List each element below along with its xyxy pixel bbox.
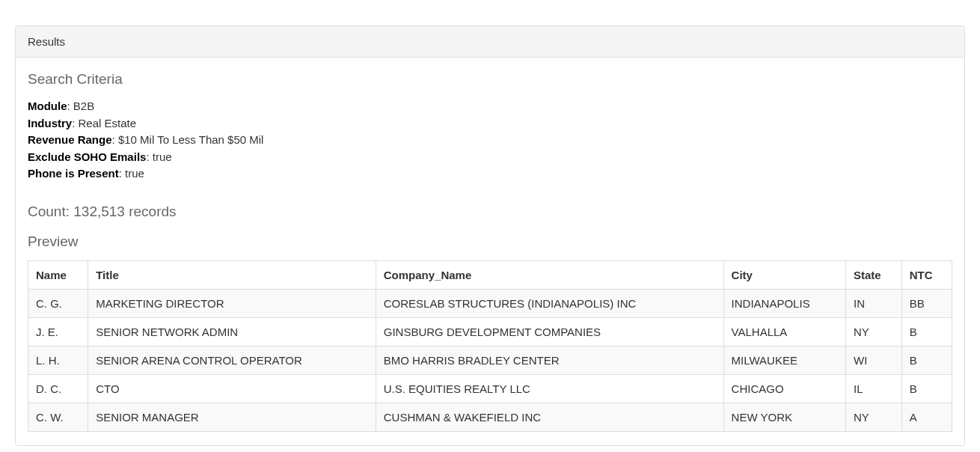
- table-header-row: Name Title Company_Name City State NTC: [28, 260, 952, 289]
- panel-header: Results: [16, 26, 964, 58]
- cell-ntc: B: [901, 317, 952, 346]
- cell-city: MILWAUKEE: [723, 346, 845, 374]
- cell-city: CHICAGO: [723, 374, 845, 403]
- preview-heading: Preview: [28, 233, 952, 250]
- search-criteria-heading: Search Criteria: [28, 71, 952, 88]
- col-state: State: [846, 260, 902, 289]
- cell-ntc: BB: [901, 289, 952, 317]
- col-ntc: NTC: [901, 260, 952, 289]
- criteria-value: : Real Estate: [72, 117, 136, 129]
- table-row: D. C. CTO U.S. EQUITIES REALTY LLC CHICA…: [28, 374, 952, 403]
- criteria-row: Industry: Real Estate: [28, 115, 952, 132]
- cell-city: INDIANAPOLIS: [723, 289, 845, 317]
- criteria-row: Module: B2B: [28, 98, 952, 115]
- cell-name: L. H.: [28, 346, 88, 374]
- criteria-row: Exclude SOHO Emails: true: [28, 149, 952, 166]
- criteria-value: : B2B: [67, 100, 95, 112]
- preview-table: Name Title Company_Name City State NTC C…: [28, 260, 952, 432]
- table-row: L. H. SENIOR ARENA CONTROL OPERATOR BMO …: [28, 346, 952, 374]
- criteria-row: Revenue Range: $10 Mil To Less Than $50 …: [28, 132, 952, 149]
- panel-body: Search Criteria Module: B2B Industry: Re…: [16, 58, 964, 445]
- criteria-label: Industry: [28, 117, 72, 129]
- cell-city: NEW YORK: [723, 403, 845, 431]
- table-row: J. E. SENIOR NETWORK ADMIN GINSBURG DEVE…: [28, 317, 952, 346]
- criteria-label: Revenue Range: [28, 133, 112, 146]
- cell-title: SENIOR NETWORK ADMIN: [88, 317, 376, 346]
- cell-name: C. G.: [28, 289, 88, 317]
- table-row: C. W. SENIOR MANAGER CUSHMAN & WAKEFIELD…: [28, 403, 952, 431]
- col-company: Company_Name: [376, 260, 723, 289]
- cell-city: VALHALLA: [723, 317, 845, 346]
- search-criteria-list: Module: B2B Industry: Real Estate Revenu…: [28, 98, 952, 183]
- cell-state: NY: [846, 403, 902, 431]
- cell-company: U.S. EQUITIES REALTY LLC: [376, 374, 723, 403]
- cell-ntc: B: [901, 346, 952, 374]
- cell-state: NY: [846, 317, 902, 346]
- count-heading: Count: 132,513 records: [28, 204, 952, 220]
- cell-state: IN: [846, 289, 902, 317]
- cell-state: IL: [846, 374, 902, 403]
- cell-ntc: B: [901, 374, 952, 403]
- criteria-value: : $10 Mil To Less Than $50 Mil: [112, 133, 264, 146]
- criteria-value: : true: [146, 150, 171, 163]
- cell-ntc: A: [901, 403, 952, 431]
- criteria-label: Phone is Present: [28, 167, 119, 180]
- cell-company: GINSBURG DEVELOPMENT COMPANIES: [376, 317, 723, 346]
- criteria-label: Exclude SOHO Emails: [28, 150, 146, 163]
- cell-name: J. E.: [28, 317, 88, 346]
- cell-title: SENIOR MANAGER: [88, 403, 376, 431]
- cell-company: BMO HARRIS BRADLEY CENTER: [376, 346, 723, 374]
- cell-title: CTO: [88, 374, 376, 403]
- cell-company: CORESLAB STRUCTURES (INDIANAPOLIS) INC: [376, 289, 723, 317]
- col-title: Title: [88, 260, 376, 289]
- criteria-value: : true: [119, 167, 144, 180]
- col-city: City: [723, 260, 845, 289]
- cell-name: D. C.: [28, 374, 88, 403]
- criteria-row: Phone is Present: true: [28, 165, 952, 183]
- cell-title: MARKETING DIRECTOR: [88, 289, 376, 317]
- panel-title: Results: [28, 35, 65, 48]
- criteria-label: Module: [28, 100, 67, 112]
- results-panel: Results Search Criteria Module: B2B Indu…: [15, 25, 965, 446]
- cell-title: SENIOR ARENA CONTROL OPERATOR: [88, 346, 376, 374]
- col-name: Name: [28, 260, 88, 289]
- cell-company: CUSHMAN & WAKEFIELD INC: [376, 403, 723, 431]
- cell-state: WI: [846, 346, 902, 374]
- cell-name: C. W.: [28, 403, 88, 431]
- table-row: C. G. MARKETING DIRECTOR CORESLAB STRUCT…: [28, 289, 952, 317]
